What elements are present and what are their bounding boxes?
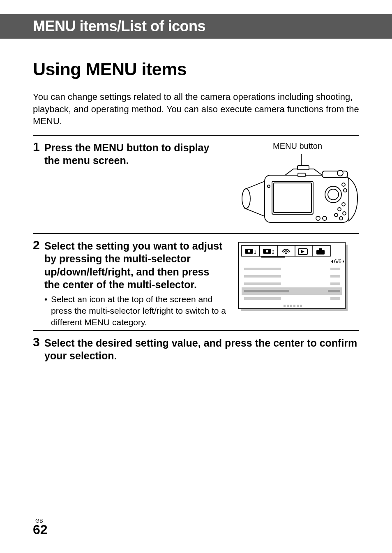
svg-text:2: 2 <box>272 250 274 255</box>
page-footer: GB 62 <box>33 518 48 537</box>
svg-rect-3 <box>297 166 309 170</box>
step-3-heading: Select the desired setting value, and pr… <box>44 337 359 363</box>
svg-rect-56 <box>330 297 340 300</box>
step-2-number: 2 <box>33 238 40 252</box>
section-title: Using MENU items <box>33 59 359 79</box>
svg-point-14 <box>338 208 341 211</box>
svg-rect-39 <box>319 248 322 250</box>
svg-rect-62 <box>300 305 302 307</box>
step-1-figure: MENU button <box>236 141 359 231</box>
svg-point-10 <box>328 189 339 200</box>
header-title: MENU items/List of icons <box>33 18 205 35</box>
step-2: 2 Select the setting you want to adjust … <box>33 233 359 328</box>
svg-point-19 <box>323 216 327 220</box>
step-2-heading: Select the setting you want to adjust by… <box>44 240 226 291</box>
svg-point-8 <box>267 185 270 187</box>
header-bar: MENU items/List of icons <box>0 14 392 39</box>
svg-point-18 <box>316 216 320 220</box>
svg-point-33 <box>266 250 268 252</box>
svg-rect-61 <box>297 305 299 307</box>
menu-screen-icon: 1 2 <box>236 240 351 314</box>
svg-rect-38 <box>316 250 325 255</box>
svg-rect-50 <box>330 275 340 278</box>
svg-text:1: 1 <box>254 250 256 255</box>
svg-rect-57 <box>284 305 286 307</box>
svg-rect-49 <box>244 275 281 278</box>
svg-rect-55 <box>244 297 281 300</box>
camera-illustration-icon <box>236 153 359 231</box>
svg-point-35 <box>285 252 287 254</box>
svg-rect-48 <box>330 268 340 270</box>
svg-point-13 <box>342 203 345 206</box>
svg-rect-52 <box>330 282 340 285</box>
svg-point-16 <box>334 213 338 217</box>
svg-rect-7 <box>274 183 311 213</box>
svg-rect-4 <box>322 171 348 178</box>
step-3: 3 Select the desired setting value, and … <box>33 330 359 363</box>
svg-rect-53 <box>244 290 289 292</box>
svg-rect-54 <box>328 290 340 292</box>
step-2-figure: 1 2 <box>236 240 359 328</box>
svg-point-2 <box>242 189 250 208</box>
svg-point-11 <box>342 183 345 186</box>
intro-text: You can change settings related to all t… <box>33 91 359 127</box>
menu-page-indicator: 6/6 <box>334 258 341 264</box>
svg-rect-51 <box>244 282 281 285</box>
step-2-bullet: Select an icon at the top of the screen … <box>44 294 226 328</box>
svg-point-5 <box>337 170 343 176</box>
step-1-heading: Press the MENU button to display the men… <box>44 141 226 167</box>
menu-button-caption: MENU button <box>236 141 359 151</box>
step-3-number: 3 <box>33 335 40 349</box>
svg-point-12 <box>344 189 347 192</box>
svg-point-30 <box>248 250 250 252</box>
step-1-number: 1 <box>33 140 40 154</box>
svg-point-17 <box>339 217 343 220</box>
svg-point-15 <box>343 212 346 215</box>
svg-rect-47 <box>244 268 281 270</box>
footer-page-number: 62 <box>33 522 48 537</box>
svg-rect-58 <box>287 305 289 307</box>
svg-rect-20 <box>298 173 305 177</box>
svg-rect-59 <box>290 305 292 307</box>
svg-rect-60 <box>293 305 295 307</box>
step-1: 1 Press the MENU button to display the m… <box>33 135 359 231</box>
